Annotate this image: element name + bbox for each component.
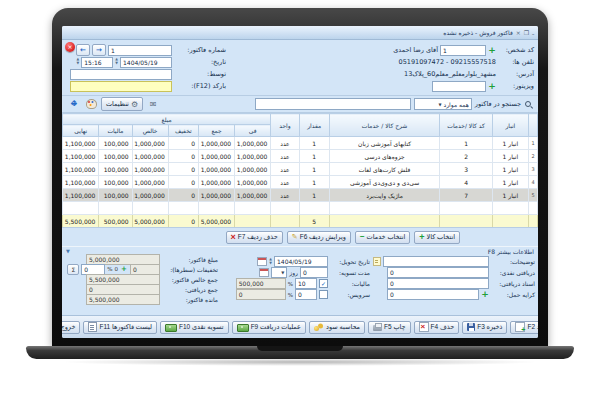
cell-store[interactable]: انبار 1	[492, 137, 528, 150]
cell-code[interactable]: 7	[440, 189, 492, 202]
cell-net[interactable]: 1,000,000	[132, 189, 168, 202]
cell-unit[interactable]: عدد	[271, 137, 299, 150]
cell-qty[interactable]: 1	[299, 137, 329, 150]
cell-total[interactable]: 1,000,000	[198, 189, 234, 202]
palette-button[interactable]	[84, 97, 98, 111]
cell-net[interactable]: 1,000,000	[132, 176, 168, 189]
calendar-icon[interactable]	[259, 268, 269, 277]
next-invoice-button[interactable]: →	[92, 44, 106, 56]
settle-field[interactable]: 0	[300, 267, 328, 278]
delivery-date-spinner[interactable]: ▲▼	[269, 258, 272, 265]
list-button[interactable]: لیست فاکتورها F11	[83, 321, 157, 334]
cell-row[interactable]: 1	[528, 137, 537, 150]
col-final[interactable]: نهایی	[63, 125, 99, 137]
mail-button[interactable]	[146, 97, 160, 111]
cell-tax[interactable]: 100,000	[99, 150, 132, 163]
cell-unit[interactable]	[271, 202, 299, 215]
note-icon[interactable]	[373, 257, 381, 266]
cell-price[interactable]: 1,000,000	[235, 163, 271, 176]
delivery-date-field[interactable]: 1404/05/19	[274, 256, 328, 267]
col-net[interactable]: خالص	[132, 125, 168, 137]
settle-unit-select[interactable]: ▼	[271, 267, 287, 278]
table-row[interactable]: 5انبار 17ماژیک وایت‌برد1عدد1,000,0001,00…	[63, 189, 538, 202]
cell-store[interactable]: انبار 1	[492, 176, 528, 189]
calendar-icon[interactable]	[257, 257, 267, 266]
cell-qty[interactable]: 1	[299, 150, 329, 163]
cell-qty[interactable]: 1	[299, 189, 329, 202]
freight-field[interactable]: 0	[387, 289, 479, 300]
exit-button[interactable]: خروج	[62, 321, 80, 334]
delete-button[interactable]: حذف F4	[414, 321, 460, 334]
barcode-field[interactable]	[70, 81, 172, 92]
cell-unit[interactable]: عدد	[271, 189, 299, 202]
cell-row[interactable]: 3	[528, 163, 537, 176]
cell-price[interactable]	[235, 202, 271, 215]
profit-button[interactable]: محاسبه سود	[309, 321, 365, 334]
cell-discount[interactable]	[168, 202, 198, 215]
cash-received-field[interactable]: 0	[387, 267, 489, 278]
col-price[interactable]: فی	[235, 125, 271, 137]
cell-tax[interactable]: 100,000	[99, 189, 132, 202]
cell-total[interactable]	[198, 202, 234, 215]
prev-invoice-button[interactable]: ←	[76, 44, 90, 56]
col-unit[interactable]: واحد	[271, 114, 299, 137]
table-row[interactable]: 3انبار 13فلش کارت‌های لغات1عدد1,000,0001…	[63, 163, 538, 176]
notes-input[interactable]	[383, 256, 489, 267]
cell-desc[interactable]: کتابهای آموزشی زبان	[329, 137, 440, 150]
cell-code[interactable]: 1	[440, 137, 492, 150]
search-input[interactable]	[255, 98, 411, 110]
cell-price[interactable]: 1,000,000	[235, 137, 271, 150]
cell-row[interactable]	[528, 202, 537, 215]
date-field[interactable]: 1404/05/19	[120, 57, 172, 68]
restore-icon[interactable]: ❐	[524, 29, 529, 36]
fit-view-button[interactable]	[67, 97, 81, 111]
tax-checkbox[interactable]: ✓	[319, 279, 328, 288]
cell-tax[interactable]: 100,000	[99, 163, 132, 176]
cell-total[interactable]: 1,000,000	[198, 150, 234, 163]
cell-total[interactable]: 1,000,000	[198, 163, 234, 176]
cell-desc[interactable]	[329, 202, 440, 215]
cell-tax[interactable]	[99, 202, 132, 215]
col-tax[interactable]: مالیات	[99, 125, 132, 137]
person-code-field[interactable]: 1	[440, 45, 486, 56]
service-checkbox[interactable]	[319, 290, 328, 299]
cell-unit[interactable]: عدد	[271, 176, 299, 189]
time-field[interactable]: 15:16	[81, 57, 113, 68]
cell-qty[interactable]: 1	[299, 163, 329, 176]
cell-row[interactable]: 2	[528, 150, 537, 163]
add-person-icon[interactable]: +	[488, 46, 496, 55]
cell-discount[interactable]: 0	[168, 176, 198, 189]
pencil-button[interactable]: ویرایش ردیف F6	[287, 231, 351, 244]
cell-desc[interactable]: ماژیک وایت‌برد	[329, 189, 440, 202]
cell-qty[interactable]	[299, 202, 329, 215]
add-discount-icon[interactable]: +	[120, 265, 128, 274]
cell-desc[interactable]: جزوه‌های درسی	[329, 150, 440, 163]
col-store[interactable]: انبار	[492, 114, 528, 137]
cell-final[interactable]: 1,100,000	[63, 150, 99, 163]
cell-row[interactable]: 4	[528, 176, 537, 189]
cell-code[interactable]: 2	[440, 150, 492, 163]
plus-button[interactable]: انتخاب کالا	[414, 231, 460, 244]
settings-button[interactable]: تنظیمات	[101, 97, 143, 111]
print-button[interactable]: چاپ F5	[368, 321, 411, 334]
save-button[interactable]: ذخیره F3	[462, 321, 507, 334]
col-desc[interactable]: شرح کالا / خدمات	[329, 114, 440, 137]
invoice-no-field[interactable]: 1	[108, 45, 172, 56]
cell-row[interactable]: 5	[528, 189, 537, 202]
cell-discount[interactable]: 0	[168, 150, 198, 163]
cell-net[interactable]: 1,000,000	[132, 163, 168, 176]
cell-final[interactable]: 1,100,000	[63, 189, 99, 202]
cell-code[interactable]: 3	[440, 163, 492, 176]
date-spinner[interactable]: ▲▼	[115, 58, 118, 65]
minus-button[interactable]: انتخاب خدمات	[355, 231, 410, 244]
cell-tax[interactable]: 100,000	[99, 176, 132, 189]
cell-price[interactable]: 1,000,000	[235, 150, 271, 163]
cell-discount[interactable]: 0	[168, 189, 198, 202]
cell-unit[interactable]: عدد	[271, 150, 299, 163]
cell-final[interactable]: 1,100,000	[63, 176, 99, 189]
table-row[interactable]: 1انبار 11کتابهای آموزشی زبان1عدد1,000,00…	[63, 137, 538, 150]
minimize-icon[interactable]: ـ	[532, 29, 534, 36]
cell-net[interactable]: 1,000,000	[132, 137, 168, 150]
by-field[interactable]	[70, 69, 172, 80]
new-button[interactable]: جدید F2	[510, 321, 538, 334]
